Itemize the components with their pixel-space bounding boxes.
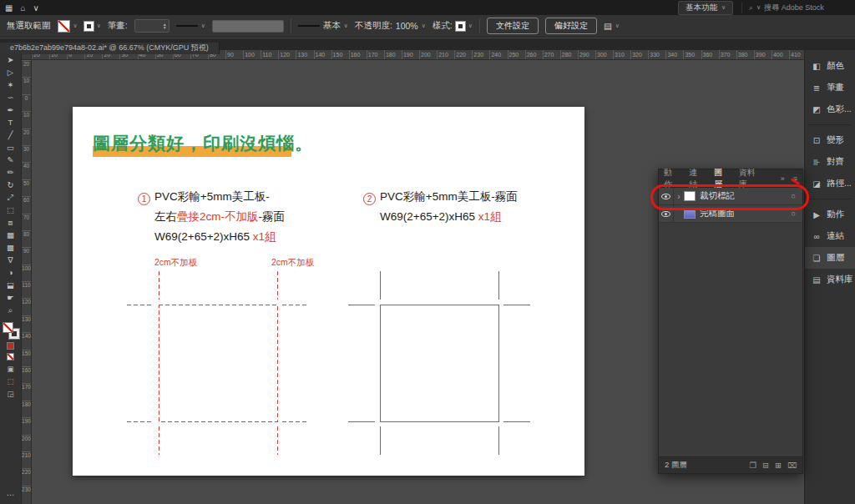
ruler-tick-label: 200 (419, 50, 437, 60)
apps-icon[interactable]: ▦ (5, 3, 13, 13)
draw-normal-icon[interactable]: ▣ (7, 365, 13, 373)
variable-width-dropdown[interactable]: ∨ (176, 23, 205, 29)
tab-layers[interactable]: 圖層 (714, 167, 731, 190)
document-setup-button[interactable]: 文件設定 (487, 18, 539, 34)
dock-item-pathfinder[interactable]: ◪ 路徑... (805, 173, 855, 194)
selection-tool-icon[interactable]: ➤ (3, 53, 19, 66)
screen-mode-icon[interactable]: ◲ (7, 390, 13, 398)
home-icon[interactable]: ⌂ (20, 3, 25, 13)
ruler-tick-label: 350 (683, 50, 701, 60)
layers-panel-footer: 2 圖層 ❐ ⊟ ⊞ ⌧ (659, 456, 802, 473)
scale-tool-icon[interactable]: ⤢ (3, 191, 19, 204)
dock-item-color-guide[interactable]: ◩ 色彩... (805, 98, 855, 120)
type-tool-icon[interactable]: T (3, 116, 19, 129)
color-swatch-icon[interactable] (7, 342, 14, 350)
draw-behind-icon[interactable]: ⬚ (7, 377, 13, 386)
layer-row-final-artwork[interactable]: 完稿圖面 ○ (659, 205, 802, 223)
stepper-arrows-icon[interactable]: ▲▼ (163, 23, 167, 29)
zoom-tool-icon[interactable]: ⌕ (3, 304, 19, 316)
blend-tool-icon[interactable]: ◑ (3, 266, 19, 279)
stock-search-input[interactable]: ⌕ ∨ 搜尋 Adobe Stock (741, 3, 850, 13)
eye-icon (661, 194, 670, 199)
panel-menu-icon[interactable]: ≡ (793, 174, 797, 183)
collapse-panel-icon[interactable]: » (781, 174, 785, 183)
free-transform-tool-icon[interactable]: ⬚ (3, 204, 19, 216)
rotate-tool-icon[interactable]: ↻ (3, 179, 19, 191)
tool-list: ➤ ▷ ✶ ∽ ✒ T ╱ ▭ ✎ ✏ ↻ ⤢ ⬚ ⧈ ▦ ▩ (3, 53, 19, 316)
fill-stroke-swatches[interactable] (3, 322, 19, 339)
mesh-tool-icon[interactable]: ▦ (3, 229, 19, 241)
ruler-tick-label: 130 (22, 315, 31, 332)
ruler-tick-label: 360 (701, 50, 719, 60)
artboard-tool-icon[interactable]: ⬓ (3, 279, 19, 291)
chevron-down-icon: ∨ (756, 4, 761, 11)
delete-layer-icon[interactable]: ⌧ (787, 461, 797, 470)
ruler-tick-label: 100 (22, 265, 31, 281)
tab-links[interactable]: 連結 (689, 167, 706, 190)
lasso-tool-icon[interactable]: ∽ (3, 91, 19, 103)
ruler-tick-label: 130 (296, 50, 313, 60)
stroke-color-control[interactable]: ∨ (84, 22, 101, 31)
workspace-label: 基本功能 (686, 3, 717, 13)
workspace-switcher[interactable]: 基本功能 ∨ (678, 1, 733, 15)
target-circle-icon[interactable]: ○ (792, 192, 796, 200)
pencil-tool-icon[interactable]: ✏ (3, 166, 19, 179)
layer-row-crop-marks[interactable]: › 裁切標記 ○ (659, 188, 802, 205)
ruler-tick-label: 0 (22, 94, 31, 111)
edit-toolbar-icon[interactable]: … (7, 488, 15, 497)
ruler-tick-label: 250 (508, 50, 525, 60)
dock-item-transform[interactable]: ⊡ 變形 (805, 129, 855, 151)
preferences-button[interactable]: 偏好設定 (545, 18, 597, 34)
tab-libraries[interactable]: 資料庫 (739, 167, 764, 190)
chevron-down-icon[interactable]: ∨ (33, 3, 39, 13)
line-segment-tool-icon[interactable]: ╱ (3, 129, 19, 141)
fill-color-control[interactable]: ∨ (58, 20, 78, 33)
hand-tool-icon[interactable]: ☛ (3, 291, 19, 304)
rectangle-tool-icon[interactable]: ▭ (3, 141, 19, 154)
fill-none-swatch-icon[interactable] (3, 322, 13, 333)
magic-wand-tool-icon[interactable]: ✶ (3, 78, 19, 91)
shape-builder-tool-icon[interactable]: ⧈ (3, 216, 19, 229)
visibility-toggle[interactable] (659, 205, 674, 222)
layer-name[interactable]: 完稿圖面 (700, 208, 792, 219)
ruler-tick-label: 60 (22, 196, 31, 213)
selection-status: 無選取範圍 (7, 20, 51, 32)
none-swatch-icon[interactable] (7, 353, 14, 360)
dock-item-align[interactable]: ⊪ 對齊 (805, 151, 855, 173)
dock-item-libraries[interactable]: ▤ 資料庫 (805, 269, 855, 290)
dock-item-layers[interactable]: ❏ 圖層 (805, 247, 855, 269)
style-control[interactable]: 樣式: ∨ (433, 20, 473, 32)
tab-actions[interactable]: 動作 (664, 167, 680, 190)
artboard[interactable]: 圖層分類好，印刷沒煩惱。 1 PVC彩輸+5mm美工板- 左右疊接2cm-不加版… (73, 107, 584, 476)
ruler-tick-label: 330 (648, 50, 665, 60)
new-layer-icon[interactable]: ⊞ (775, 461, 782, 470)
fill-none-swatch-icon[interactable] (58, 20, 70, 33)
chevron-down-icon: ∨ (615, 23, 620, 29)
vertical-ruler: 2010010203040506070809010011012013014015… (22, 60, 32, 504)
brush-preview[interactable] (212, 20, 284, 33)
ruler-tick-label: 140 (314, 50, 331, 60)
dock-item-stroke[interactable]: ≣ 筆畫 (805, 77, 855, 98)
target-circle-icon[interactable]: ○ (792, 209, 796, 218)
visibility-toggle[interactable] (659, 188, 674, 204)
dock-item-actions[interactable]: ▶ 動作 (805, 204, 855, 225)
document-tab[interactable]: e7b6b2e7ab99e794a8-02.ai* @ 66.67% (CMYK… (0, 43, 220, 54)
ruler-tick-label: 50 (22, 179, 31, 196)
paintbrush-tool-icon[interactable]: ✎ (3, 154, 19, 166)
dock-item-color[interactable]: ◧ 顏色 (805, 55, 855, 77)
dock-item-links[interactable]: ∞ 連結 (805, 225, 855, 247)
eyedropper-tool-icon[interactable]: ∇ (3, 254, 19, 266)
brush-definition-dropdown[interactable]: 基本 ∨ (298, 20, 348, 32)
stroke-swatch-icon[interactable] (84, 22, 94, 31)
stroke-weight-stepper[interactable]: ▲▼ (134, 19, 169, 33)
pen-tool-icon[interactable]: ✒ (3, 103, 19, 116)
opacity-control[interactable]: 不透明度: 100% ∨ (355, 20, 426, 32)
brush-stroke-icon (298, 25, 320, 27)
layer-name[interactable]: 裁切標記 (700, 190, 792, 202)
new-sublayer-icon[interactable]: ⊟ (762, 461, 769, 470)
gradient-tool-icon[interactable]: ▩ (3, 241, 19, 254)
clip-mask-icon[interactable]: ❐ (750, 461, 757, 470)
panel-options-control[interactable]: ▤ ∨ (604, 21, 620, 31)
direct-selection-tool-icon[interactable]: ▷ (3, 66, 19, 78)
expand-chevron-icon[interactable]: › (674, 192, 684, 201)
